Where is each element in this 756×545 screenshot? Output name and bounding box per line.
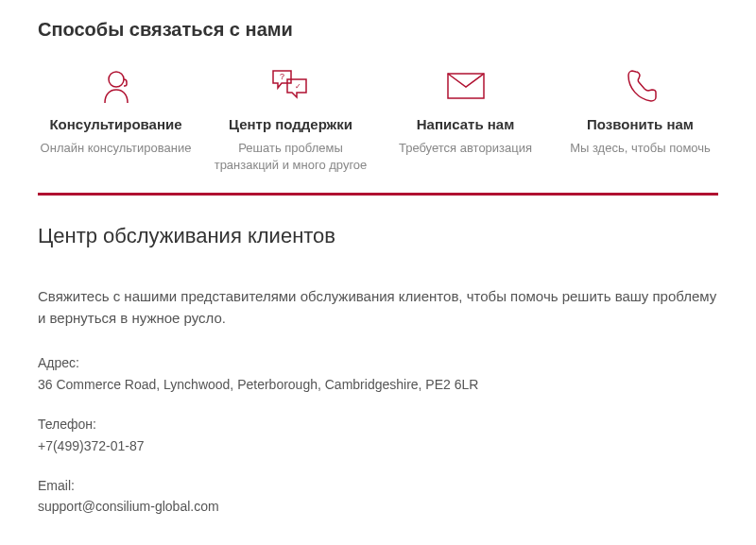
envelope-icon xyxy=(445,64,487,107)
option-subtitle: Мы здесь, чтобы помочь xyxy=(570,140,711,157)
option-title: Написать нам xyxy=(417,116,515,132)
option-email[interactable]: Написать нам Требуется авторизация xyxy=(387,64,543,174)
phone-icon xyxy=(623,64,659,107)
section-divider xyxy=(38,193,718,196)
address-block: Адрес: 36 Commerce Road, Lynchwood, Pete… xyxy=(38,352,718,395)
option-subtitle: Требуется авторизация xyxy=(399,140,532,157)
option-consulting[interactable]: Консультирование Онлайн консультирование xyxy=(38,64,194,174)
option-subtitle: Решать проблемы транзакций и много друго… xyxy=(213,140,369,174)
person-headset-icon xyxy=(98,64,134,107)
section-title: Центр обслуживания клиентов xyxy=(38,224,718,248)
svg-point-0 xyxy=(109,72,124,87)
svg-text:?: ? xyxy=(280,72,284,81)
svg-text:✓: ✓ xyxy=(295,82,301,91)
option-title: Консультирование xyxy=(49,116,181,132)
section-description: Свяжитесь с нашими представителями обслу… xyxy=(38,286,718,329)
option-support[interactable]: ? ✓ Центр поддержки Решать проблемы тран… xyxy=(213,64,369,174)
option-call[interactable]: Позвонить нам Мы здесь, чтобы помочь xyxy=(562,64,718,174)
email-block: Email: support@consilium-global.com xyxy=(38,475,718,518)
option-title: Позвонить нам xyxy=(587,116,694,132)
main-title: Способы связаться с нами xyxy=(38,19,718,41)
option-title: Центр поддержки xyxy=(229,116,352,132)
contact-options-row: Консультирование Онлайн консультирование… xyxy=(38,64,718,174)
phone-block: Телефон: +7(499)372-01-87 xyxy=(38,414,718,456)
chat-bubbles-icon: ? ✓ xyxy=(270,64,312,107)
email-value: support@consilium-global.com xyxy=(38,496,718,517)
phone-label: Телефон: xyxy=(38,414,718,434)
phone-value: +7(499)372-01-87 xyxy=(38,435,718,456)
email-label: Email: xyxy=(38,475,718,496)
option-subtitle: Онлайн консультирование xyxy=(41,140,192,157)
address-label: Адрес: xyxy=(38,352,718,373)
address-value: 36 Commerce Road, Lynchwood, Peterboroug… xyxy=(38,374,718,395)
